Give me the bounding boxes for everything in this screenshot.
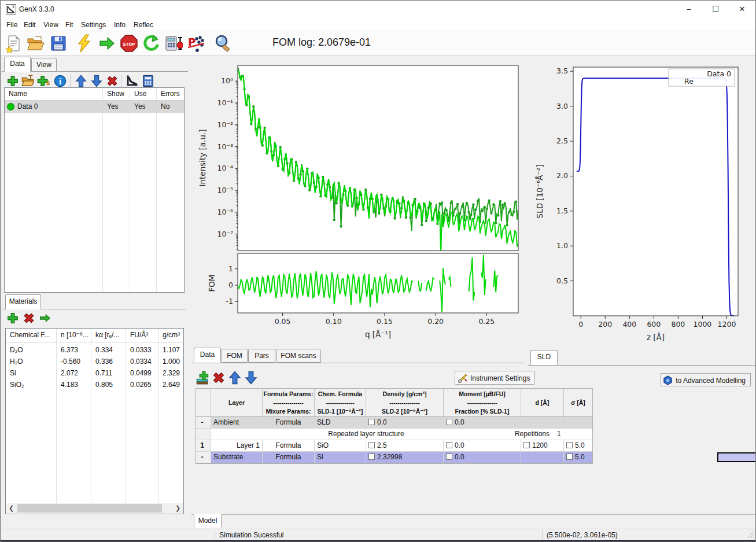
grid-col-moment[interactable]: Moment [µB/FU] --------------- Fraction …	[444, 389, 521, 416]
import-data-icon[interactable]	[21, 75, 34, 87]
advanced-modelling-button[interactable]: to Advanced Modelling	[661, 373, 751, 386]
menu-reflec[interactable]: Reflec	[131, 20, 156, 30]
svg-text:10⁻⁶: 10⁻⁶	[217, 208, 233, 216]
data-row[interactable]: Data 0 Yes Yes No	[5, 101, 184, 113]
new-model-icon[interactable]	[4, 34, 23, 53]
fit-checkbox[interactable]	[566, 453, 573, 460]
sld-plot[interactable]: Data 0Re0.51.01.52.02.53.03.502004006008…	[528, 57, 755, 352]
materials-hscrollbar[interactable]: ❮ ❯	[6, 503, 183, 513]
repeat-row[interactable]: Repeated layer structure Repetitions 1	[196, 429, 592, 440]
calc-errorbars-icon[interactable]	[164, 34, 183, 53]
col-errors[interactable]: Errors	[157, 88, 184, 101]
add-layer-icon[interactable]	[196, 371, 209, 385]
repetitions-value[interactable]: 1	[555, 429, 578, 440]
add-material-icon[interactable]	[6, 312, 19, 325]
col-name[interactable]: Name	[5, 88, 103, 101]
svg-text:i: i	[59, 77, 62, 86]
add-data-icon[interactable]	[6, 75, 19, 87]
fit-checkbox[interactable]	[368, 453, 375, 460]
grid-col-d[interactable]: d [Å]	[521, 389, 564, 416]
col-show[interactable]: Show	[103, 88, 130, 101]
mat-col-g[interactable]: g/cm³	[158, 329, 183, 342]
minimize-button[interactable]: –	[676, 1, 702, 18]
grid-col-density[interactable]: Density [g/cm³] --------------- SLD-2 [1…	[366, 389, 444, 416]
svg-text:1.0: 1.0	[556, 241, 568, 250]
fit-checkbox[interactable]	[566, 442, 573, 448]
menu-fit[interactable]: Fit	[63, 20, 75, 30]
mat-col-fu[interactable]: FU/Å³	[126, 329, 158, 342]
mat-col-n[interactable]: n [10⁻⁶...	[57, 329, 91, 342]
instrument-settings-button[interactable]: Instrument Settings	[455, 371, 535, 385]
mat-col-ka[interactable]: kα [rₑ/...	[91, 329, 126, 342]
fit-checkbox[interactable]	[523, 442, 530, 448]
save-model-icon[interactable]	[49, 34, 68, 53]
svg-text:2.5: 2.5	[556, 137, 568, 145]
grid-col-sigma[interactable]: σ [Å]	[564, 389, 592, 416]
instrument-icon	[458, 373, 468, 384]
mat-col-formula[interactable]: Chemical F...	[6, 329, 57, 342]
open-model-icon[interactable]	[26, 34, 45, 53]
fit-checkbox[interactable]	[368, 419, 375, 425]
col-use[interactable]: Use	[130, 88, 157, 101]
zoom-icon[interactable]	[213, 34, 232, 53]
svg-text:200: 200	[598, 320, 612, 329]
layer-row-layer1[interactable]: 1 Layer 1 Formula SiO 2.5 0.0 1200 5.0	[196, 440, 592, 452]
tab-sld[interactable]: SLD	[530, 350, 558, 365]
move-up-icon[interactable]	[75, 75, 87, 87]
delete-layer-icon[interactable]	[212, 371, 226, 385]
selected-cell[interactable]	[717, 452, 756, 462]
svg-text:0.05: 0.05	[275, 317, 291, 326]
dataset-use: Yes	[134, 102, 146, 110]
tab-materials[interactable]: Materials	[5, 294, 41, 309]
tab-plot-fom[interactable]: FOM	[222, 349, 248, 363]
grid-col-formula[interactable]: Chem. Formula -------------- SLD-1 [10⁻⁶…	[315, 389, 366, 416]
mat-n: 2.072	[57, 369, 78, 377]
layer-down-icon[interactable]	[244, 371, 258, 385]
plot-parameters-icon[interactable]: P	[187, 34, 205, 53]
simulate-icon[interactable]	[75, 34, 93, 53]
stop-fit-icon[interactable]: STOP	[120, 34, 138, 53]
svg-text:400: 400	[622, 320, 636, 329]
calculations-icon[interactable]	[142, 75, 154, 87]
info-icon[interactable]: i	[54, 75, 67, 87]
layer-up-icon[interactable]	[228, 371, 242, 385]
close-button[interactable]: ✕	[729, 1, 755, 18]
grid-col-layer[interactable]: Layer	[211, 389, 263, 416]
restart-fit-icon[interactable]	[142, 34, 160, 53]
fit-checkbox[interactable]	[446, 442, 452, 448]
tab-plot-fom-scans[interactable]: FOM scans	[276, 349, 321, 363]
menu-edit[interactable]: Edit	[21, 20, 38, 30]
menu-info[interactable]: Info	[112, 20, 128, 30]
scroll-left-icon[interactable]: ❮	[6, 503, 16, 513]
apply-material-icon[interactable]	[39, 312, 51, 325]
tab-view[interactable]: View	[31, 58, 57, 72]
plot-settings-icon[interactable]	[126, 75, 138, 87]
tab-model[interactable]: Model	[194, 514, 222, 528]
scroll-right-icon[interactable]: ❯	[173, 503, 183, 513]
menu-file[interactable]: File	[4, 20, 20, 30]
resize-grip[interactable]	[747, 530, 754, 538]
fit-checkbox[interactable]	[446, 453, 452, 460]
fit-checkbox[interactable]	[446, 419, 452, 425]
tab-plot-data[interactable]: Data	[194, 348, 221, 363]
move-down-icon[interactable]	[90, 75, 103, 87]
tab-plot-pars[interactable]: Pars	[248, 349, 275, 363]
delete-material-icon[interactable]	[23, 312, 35, 325]
reflectivity-fom-plot[interactable]: 10⁰10⁻¹10⁻²10⁻³10⁻⁴10⁻⁵10⁻⁶10⁻⁷-1010.050…	[191, 56, 525, 348]
menu-settings[interactable]: Settings	[79, 20, 108, 30]
menu-view[interactable]: View	[41, 20, 61, 30]
window-title: GenX 3.3.0	[19, 5, 54, 13]
fit-checkbox[interactable]	[368, 442, 375, 448]
maximize-button[interactable]: ☐	[702, 1, 729, 18]
data-toolbar: $ i	[5, 73, 186, 89]
grid-col-params[interactable]: Formula Params: --------------- Mixure P…	[263, 389, 315, 416]
layer-row-ambient[interactable]: - Ambient Formula SLD 0.0 0.0	[196, 417, 592, 429]
tab-data[interactable]: Data	[4, 57, 31, 72]
svg-text:10⁰: 10⁰	[221, 76, 233, 85]
add-simulation-icon[interactable]: $	[37, 75, 50, 87]
start-fit-icon[interactable]	[98, 34, 116, 53]
scroll-thumb[interactable]	[17, 504, 162, 512]
layer-row-substrate[interactable]: - Substrate Formula Si 2.32998 0.0 5.0	[196, 452, 592, 463]
svg-text:0.25: 0.25	[478, 317, 495, 326]
delete-data-icon[interactable]	[106, 75, 119, 87]
